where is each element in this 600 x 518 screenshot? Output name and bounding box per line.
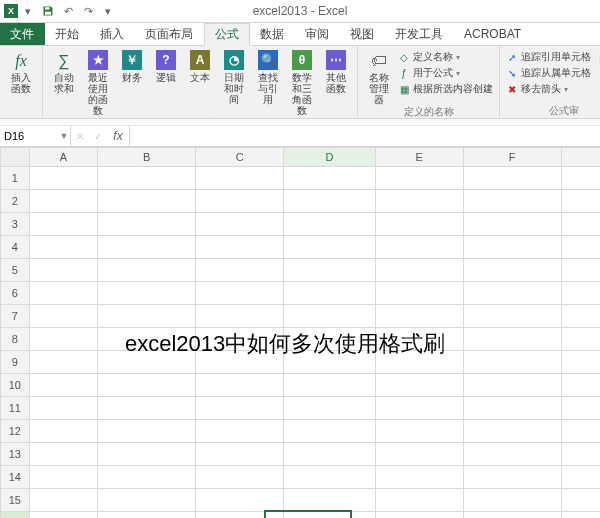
cell[interactable]	[283, 259, 375, 282]
logical-button[interactable]: ? 逻辑	[149, 48, 183, 83]
tab-review[interactable]: 审阅	[295, 23, 340, 45]
cell[interactable]	[375, 466, 463, 489]
worksheet[interactable]: ABCDEFG12345678910111213141516 excel2013…	[0, 147, 600, 518]
cell[interactable]	[29, 489, 98, 512]
cell[interactable]	[283, 374, 375, 397]
cell[interactable]	[29, 328, 98, 351]
cell[interactable]	[98, 374, 196, 397]
use-in-formula-button[interactable]: ƒ 用于公式 ▾	[398, 66, 493, 80]
cell[interactable]	[196, 305, 284, 328]
cell[interactable]	[98, 466, 196, 489]
cell[interactable]	[29, 466, 98, 489]
column-header[interactable]: C	[196, 148, 284, 167]
qat-dropdown[interactable]: ▾	[18, 1, 38, 21]
cell[interactable]	[98, 259, 196, 282]
cell[interactable]	[196, 443, 284, 466]
cell[interactable]	[463, 397, 561, 420]
row-header[interactable]: 2	[1, 190, 30, 213]
cell[interactable]	[375, 489, 463, 512]
cell[interactable]	[98, 420, 196, 443]
cancel-formula-icon[interactable]: ✕	[71, 126, 89, 146]
cell[interactable]	[283, 282, 375, 305]
cell[interactable]	[561, 167, 600, 190]
cell[interactable]	[463, 190, 561, 213]
cell[interactable]	[463, 167, 561, 190]
cell[interactable]	[283, 443, 375, 466]
cell[interactable]	[463, 420, 561, 443]
select-all-corner[interactable]	[1, 148, 30, 167]
cell[interactable]	[98, 443, 196, 466]
cell[interactable]	[196, 167, 284, 190]
cell[interactable]	[561, 328, 600, 351]
tab-formulas[interactable]: 公式	[204, 23, 250, 46]
cell[interactable]	[375, 374, 463, 397]
enter-formula-icon[interactable]: ✓	[89, 126, 107, 146]
cell[interactable]	[196, 489, 284, 512]
create-from-selection-button[interactable]: ▦ 根据所选内容创建	[398, 82, 493, 96]
cell[interactable]	[375, 305, 463, 328]
cell[interactable]	[375, 167, 463, 190]
cell[interactable]	[561, 259, 600, 282]
cell[interactable]	[463, 351, 561, 374]
define-name-button[interactable]: ◇ 定义名称 ▾	[398, 50, 493, 64]
recent-functions-button[interactable]: ★ 最近使用的函数	[81, 48, 115, 116]
cell[interactable]	[196, 282, 284, 305]
cell[interactable]	[98, 489, 196, 512]
cell[interactable]	[29, 512, 98, 519]
cell[interactable]	[561, 351, 600, 374]
fx-icon[interactable]: fx	[107, 126, 130, 146]
cell[interactable]	[463, 282, 561, 305]
cell[interactable]	[561, 489, 600, 512]
cell[interactable]	[98, 167, 196, 190]
formula-input[interactable]	[130, 126, 600, 146]
cell[interactable]	[29, 167, 98, 190]
cell[interactable]	[463, 466, 561, 489]
cell[interactable]	[196, 512, 284, 519]
tab-file[interactable]: 文件	[0, 23, 45, 45]
cell[interactable]	[463, 443, 561, 466]
cell[interactable]	[29, 190, 98, 213]
lookup-button[interactable]: 🔍 查找与引用	[251, 48, 285, 105]
name-box-dropdown-icon[interactable]: ▼	[58, 131, 70, 141]
cell[interactable]	[463, 259, 561, 282]
cell[interactable]	[196, 397, 284, 420]
cell[interactable]	[98, 397, 196, 420]
cell[interactable]	[196, 259, 284, 282]
cell[interactable]	[561, 213, 600, 236]
row-header[interactable]: 11	[1, 397, 30, 420]
datetime-button[interactable]: ◔ 日期和时间	[217, 48, 251, 105]
cell[interactable]	[29, 397, 98, 420]
row-header[interactable]: 4	[1, 236, 30, 259]
cell[interactable]	[561, 236, 600, 259]
tab-home[interactable]: 开始	[45, 23, 90, 45]
row-header[interactable]: 10	[1, 374, 30, 397]
tab-pagelayout[interactable]: 页面布局	[135, 23, 204, 45]
more-functions-button[interactable]: ⋯ 其他函数	[319, 48, 353, 94]
cell[interactable]	[463, 328, 561, 351]
cell[interactable]	[98, 213, 196, 236]
cell[interactable]	[561, 305, 600, 328]
row-header[interactable]: 12	[1, 420, 30, 443]
cell[interactable]	[98, 236, 196, 259]
column-header[interactable]: D	[283, 148, 375, 167]
cell[interactable]	[29, 236, 98, 259]
cell[interactable]	[375, 282, 463, 305]
cell[interactable]	[375, 512, 463, 519]
row-header[interactable]: 3	[1, 213, 30, 236]
cell[interactable]	[29, 259, 98, 282]
undo-icon[interactable]: ↶	[58, 1, 78, 21]
cell[interactable]	[375, 397, 463, 420]
cell[interactable]	[561, 282, 600, 305]
cell[interactable]	[463, 213, 561, 236]
cell[interactable]	[283, 512, 375, 519]
row-header[interactable]: 15	[1, 489, 30, 512]
tab-dev[interactable]: 开发工具	[385, 23, 454, 45]
tab-view[interactable]: 视图	[340, 23, 385, 45]
cell[interactable]	[283, 190, 375, 213]
row-header[interactable]: 13	[1, 443, 30, 466]
autosum-button[interactable]: ∑ 自动求和	[47, 48, 81, 94]
column-header[interactable]: B	[98, 148, 196, 167]
cell[interactable]	[196, 190, 284, 213]
cell[interactable]	[463, 489, 561, 512]
cell[interactable]	[375, 190, 463, 213]
